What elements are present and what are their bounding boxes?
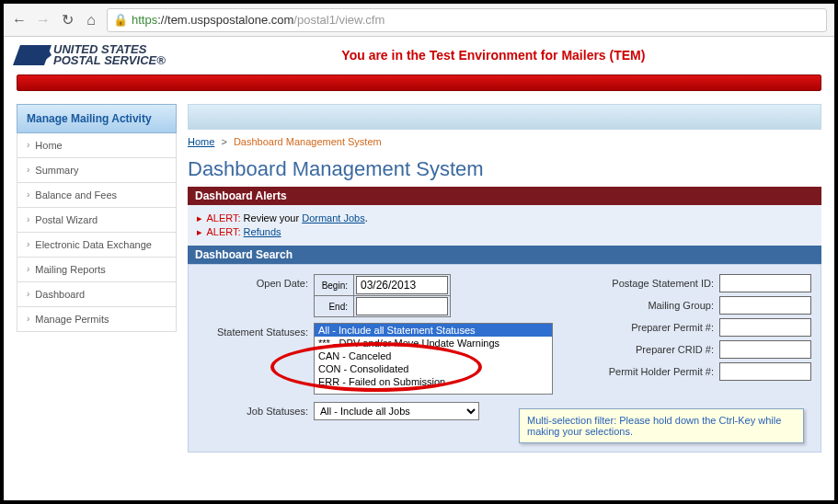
alert-link-dormant[interactable]: Dormant Jobs: [302, 212, 364, 223]
usps-logo: UNITED STATES POSTAL SERVICE®: [17, 44, 166, 67]
sidebar-title: Manage Mailing Activity: [17, 104, 177, 133]
alerts-bar: Dashboard Alerts: [188, 187, 821, 205]
preparer-crid-label: Preparer CRID #:: [572, 340, 719, 355]
statement-statuses-label: Statement Statuses:: [194, 323, 314, 338]
alert-row: ▸ ALERT: Review your Dormant Jobs.: [197, 212, 812, 224]
lock-icon: 🔒: [113, 13, 128, 27]
job-statuses-select[interactable]: All - Include all Jobs: [314, 402, 479, 420]
tem-banner: You are in the Test Environment for Mail…: [166, 48, 821, 63]
alert-text: Review your: [241, 212, 303, 223]
chevron-right-icon: ›: [27, 314, 29, 324]
postage-id-label: Postage Statement ID:: [572, 274, 719, 289]
postage-id-input[interactable]: [719, 274, 811, 292]
sidebar-item-summary[interactable]: ›Summary: [17, 158, 177, 183]
sidebar-item-label: Balance and Fees: [35, 189, 117, 200]
alert-caret-icon: ▸: [197, 226, 202, 237]
chevron-right-icon: ›: [27, 140, 29, 150]
mailing-group-input[interactable]: [719, 296, 811, 315]
sidebar-item-label: Manage Permits: [35, 314, 109, 325]
preparer-permit-label: Preparer Permit #:: [572, 318, 719, 333]
chevron-right-icon: ›: [27, 289, 29, 299]
sidebar-item-home[interactable]: ›Home: [17, 133, 177, 158]
status-option[interactable]: All - Include all Statement Statuses: [315, 324, 552, 337]
url-host: ://tem.uspspostalone.com: [157, 13, 293, 27]
sidebar-item-dashboard[interactable]: ›Dashboard: [17, 282, 177, 307]
url-protocol: https: [132, 13, 157, 27]
sidebar-item-reports[interactable]: ›Mailing Reports: [17, 258, 177, 282]
address-bar[interactable]: 🔒 https://tem.uspspostalone.com/postal1/…: [107, 8, 827, 32]
page-title: Dashboard Management System: [188, 157, 821, 181]
holder-permit-label: Permit Holder Permit #:: [572, 362, 719, 377]
eagle-icon: [13, 45, 52, 65]
holder-permit-input[interactable]: [719, 362, 811, 381]
sidebar-item-label: Electronic Data Exchange: [35, 239, 152, 250]
sidebar-item-permits[interactable]: ›Manage Permits: [17, 307, 177, 332]
reload-icon[interactable]: ↻: [59, 12, 75, 29]
statement-statuses-listbox[interactable]: All - Include all Statement Statuses ***…: [314, 323, 553, 395]
multiselect-tooltip: Multi-selection filter: Please hold down…: [519, 408, 804, 443]
content-header-band: [188, 104, 821, 130]
alerts-body: ▸ ALERT: Review your Dormant Jobs. ▸ ALE…: [188, 205, 821, 246]
page-header: UNITED STATES POSTAL SERVICE® You are in…: [4, 37, 834, 71]
alert-link-refunds[interactable]: Refunds: [244, 226, 281, 237]
sidebar-item-edx[interactable]: ›Electronic Data Exchange: [17, 233, 177, 258]
chevron-right-icon: ›: [27, 264, 29, 274]
alert-row: ▸ ALERT: Refunds: [197, 226, 812, 238]
breadcrumb: Home > Dashboard Management System: [188, 133, 821, 150]
header-red-bar: [17, 74, 821, 91]
browser-toolbar: ← → ↻ ⌂ 🔒 https://tem.uspspostalone.com/…: [4, 4, 834, 37]
status-option[interactable]: ERR - Failed on Submission: [315, 375, 552, 388]
job-statuses-label: Job Statuses:: [194, 402, 314, 417]
breadcrumb-current: Dashboard Management System: [234, 136, 382, 147]
open-date-label: Open Date:: [194, 274, 314, 289]
breadcrumb-home[interactable]: Home: [188, 136, 214, 147]
sidebar-item-label: Dashboard: [35, 289, 85, 300]
alert-suffix: .: [365, 212, 368, 223]
chevron-right-icon: ›: [27, 239, 29, 249]
sidebar-item-label: Postal Wizard: [35, 214, 98, 225]
alert-caret-icon: ▸: [197, 212, 202, 223]
chevron-right-icon: ›: [27, 165, 29, 175]
status-option[interactable]: *** - DPV and/or Move Update Warnings: [315, 337, 552, 349]
sidebar-item-label: Home: [35, 140, 62, 151]
search-right-column: Postage Statement ID: Mailing Group: Pre…: [554, 274, 811, 384]
back-icon[interactable]: ←: [11, 12, 28, 29]
content-area: Home > Dashboard Management System Dashb…: [188, 104, 821, 452]
home-icon[interactable]: ⌂: [83, 12, 99, 29]
status-option[interactable]: CON - Consolidated: [315, 362, 552, 375]
chevron-right-icon: ›: [27, 189, 29, 200]
sidebar-item-label: Mailing Reports: [35, 264, 105, 275]
mailing-group-label: Mailing Group:: [572, 296, 719, 311]
end-label: End:: [316, 302, 351, 312]
end-date-input[interactable]: [356, 297, 448, 315]
status-option[interactable]: CAN - Canceled: [315, 349, 552, 362]
sidebar-item-balance[interactable]: ›Balance and Fees: [17, 183, 177, 208]
breadcrumb-sep: >: [221, 136, 226, 147]
begin-date-input[interactable]: [356, 276, 448, 294]
sidebar: Manage Mailing Activity ›Home ›Summary ›…: [17, 104, 177, 452]
brand-line2: POSTAL SERVICE®: [53, 55, 166, 66]
search-bar: Dashboard Search: [188, 246, 821, 264]
url-path: /postal1/view.cfm: [293, 13, 385, 27]
alert-prefix: ALERT:: [206, 212, 240, 223]
preparer-permit-input[interactable]: [719, 318, 811, 337]
forward-icon: →: [35, 12, 52, 29]
begin-label: Begin:: [316, 281, 351, 291]
chevron-right-icon: ›: [27, 214, 29, 224]
alert-prefix: ALERT:: [206, 226, 240, 237]
sidebar-item-wizard[interactable]: ›Postal Wizard: [17, 208, 177, 233]
preparer-crid-input[interactable]: [719, 340, 811, 359]
sidebar-item-label: Summary: [35, 165, 78, 176]
